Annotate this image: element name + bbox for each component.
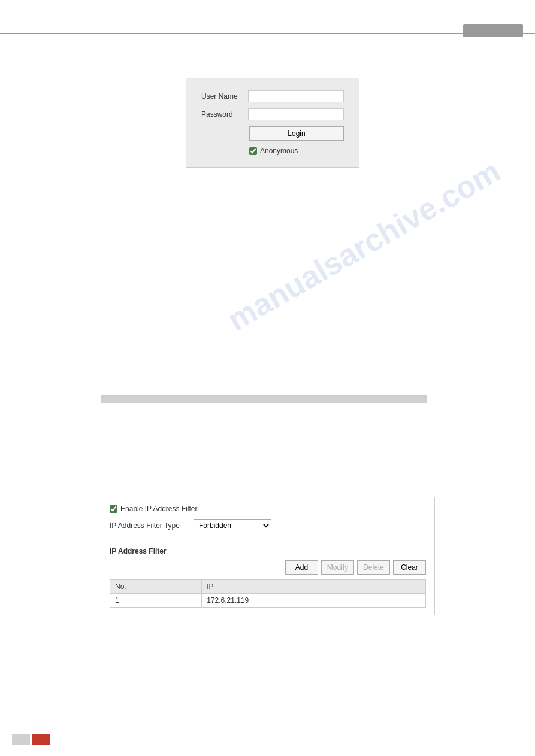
delete-button[interactable]: Delete	[357, 560, 390, 575]
anonymous-checkbox[interactable]	[249, 147, 257, 155]
username-row: User Name	[201, 90, 344, 102]
password-input[interactable]	[248, 108, 344, 120]
ip-filter-enable-row: Enable IP Address Filter	[110, 505, 426, 513]
clear-button[interactable]: Clear	[393, 560, 426, 575]
anonymous-row: Anonymous	[249, 147, 344, 155]
ip-table-header-ip: IP	[202, 580, 426, 594]
watermark: manualsarchive.com	[221, 153, 506, 338]
ip-filter-type-select[interactable]: Forbidden Allowed	[194, 519, 271, 532]
ip-table-cell-ip: 172.6.21.119	[202, 594, 426, 608]
mid-table-cell-2-1	[101, 430, 185, 457]
login-box: User Name Password Login Anonymous	[186, 78, 359, 168]
bottom-blocks	[12, 734, 50, 745]
username-label: User Name	[201, 92, 248, 101]
table-row	[101, 403, 427, 430]
anonymous-label: Anonymous	[260, 147, 298, 155]
ip-filter-enable-checkbox[interactable]	[110, 505, 117, 513]
ip-filter-type-label: IP Address Filter Type	[110, 521, 194, 530]
bottom-block-gray	[12, 734, 30, 745]
bottom-block-red	[32, 734, 50, 745]
ip-table: No. IP 1172.6.21.119	[110, 579, 426, 608]
ip-table-header-no: No.	[110, 580, 202, 594]
ip-address-filter-title: IP Address Filter	[110, 547, 426, 555]
mid-table-header-col1	[101, 396, 185, 403]
ip-filter-divider	[110, 541, 426, 541]
login-section: User Name Password Login Anonymous	[186, 78, 359, 168]
ip-filter-enable-label: Enable IP Address Filter	[120, 505, 198, 513]
mid-table-header-col2	[185, 396, 427, 403]
add-button[interactable]: Add	[285, 560, 318, 575]
mid-table-cell-1-2	[185, 403, 427, 430]
ip-table-row: 1172.6.21.119	[110, 594, 426, 608]
top-right-block	[463, 24, 523, 37]
password-label: Password	[201, 110, 248, 119]
ip-filter-buttons: Add Modify Delete Clear	[110, 560, 426, 575]
table-row	[101, 430, 427, 457]
mid-table-section	[101, 395, 427, 457]
ip-filter-type-row: IP Address Filter Type Forbidden Allowed	[110, 519, 426, 532]
mid-table	[101, 395, 427, 457]
login-button-row: Login	[201, 126, 344, 141]
password-row: Password	[201, 108, 344, 120]
modify-button[interactable]: Modify	[321, 560, 354, 575]
ip-table-cell-no: 1	[110, 594, 202, 608]
login-button[interactable]: Login	[249, 126, 344, 141]
top-divider	[0, 33, 535, 34]
username-input[interactable]	[248, 90, 344, 102]
ip-filter-section: Enable IP Address Filter IP Address Filt…	[101, 497, 435, 615]
mid-table-cell-2-2	[185, 430, 427, 457]
mid-table-cell-1-1	[101, 403, 185, 430]
